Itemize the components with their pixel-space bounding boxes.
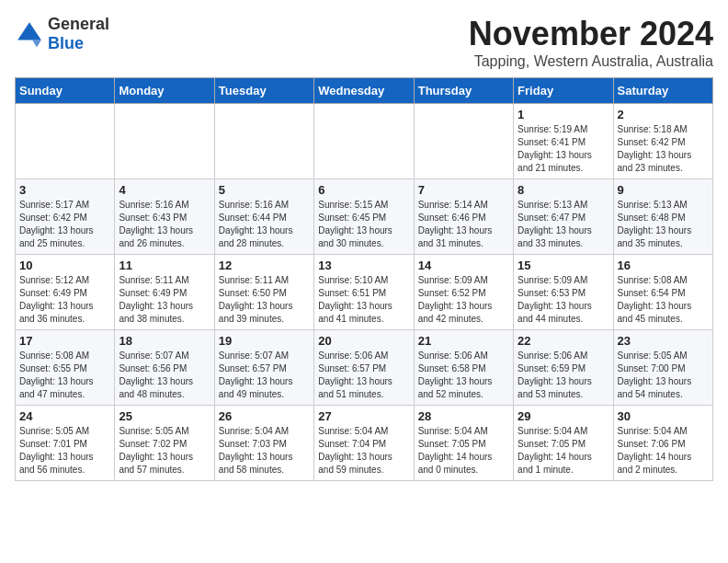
logo-blue-text: Blue [48, 34, 109, 53]
day-number: 2 [618, 108, 709, 121]
calendar-cell [414, 104, 513, 179]
day-number: 3 [19, 183, 110, 197]
day-info: Sunrise: 5:06 AM Sunset: 6:59 PM Dayligh… [518, 350, 609, 401]
day-info: Sunrise: 5:09 AM Sunset: 6:52 PM Dayligh… [418, 274, 509, 326]
calendar-cell [115, 104, 214, 179]
calendar-week-row: 24Sunrise: 5:05 AM Sunset: 7:01 PM Dayli… [16, 406, 713, 481]
calendar-cell: 17Sunrise: 5:08 AM Sunset: 6:55 PM Dayli… [16, 330, 115, 406]
day-info: Sunrise: 5:13 AM Sunset: 6:47 PM Dayligh… [518, 199, 609, 250]
day-info: Sunrise: 5:11 AM Sunset: 6:49 PM Dayligh… [119, 274, 210, 326]
day-number: 9 [618, 183, 709, 197]
calendar-cell [314, 104, 414, 179]
day-info: Sunrise: 5:08 AM Sunset: 6:54 PM Dayligh… [618, 274, 709, 326]
calendar-cell: 26Sunrise: 5:04 AM Sunset: 7:03 PM Dayli… [214, 406, 313, 481]
day-info: Sunrise: 5:17 AM Sunset: 6:42 PM Dayligh… [19, 199, 110, 250]
svg-marker-1 [32, 40, 41, 47]
weekday-header: Friday [514, 78, 613, 104]
day-info: Sunrise: 5:18 AM Sunset: 6:42 PM Dayligh… [618, 123, 709, 175]
day-info: Sunrise: 5:04 AM Sunset: 7:03 PM Dayligh… [219, 425, 310, 477]
day-number: 10 [19, 259, 110, 272]
day-number: 26 [219, 409, 310, 423]
title-area: November 2024 Tapping, Western Australia… [469, 15, 713, 70]
logo-icon [15, 19, 44, 49]
day-number: 12 [219, 259, 310, 272]
calendar-cell: 23Sunrise: 5:05 AM Sunset: 7:00 PM Dayli… [613, 330, 712, 406]
day-info: Sunrise: 5:10 AM Sunset: 6:51 PM Dayligh… [318, 274, 409, 326]
calendar-cell: 22Sunrise: 5:06 AM Sunset: 6:59 PM Dayli… [514, 330, 613, 406]
calendar-cell [16, 104, 115, 179]
weekday-header: Saturday [613, 78, 712, 104]
day-number: 24 [19, 409, 110, 423]
day-info: Sunrise: 5:09 AM Sunset: 6:53 PM Dayligh… [518, 274, 609, 326]
calendar-cell: 2Sunrise: 5:18 AM Sunset: 6:42 PM Daylig… [613, 104, 712, 179]
day-number: 30 [618, 409, 709, 423]
calendar-cell: 5Sunrise: 5:16 AM Sunset: 6:44 PM Daylig… [214, 179, 313, 255]
calendar-cell: 15Sunrise: 5:09 AM Sunset: 6:53 PM Dayli… [514, 255, 613, 330]
calendar-cell: 3Sunrise: 5:17 AM Sunset: 6:42 PM Daylig… [16, 179, 115, 255]
day-info: Sunrise: 5:04 AM Sunset: 7:05 PM Dayligh… [518, 425, 609, 477]
day-number: 14 [418, 259, 509, 272]
day-info: Sunrise: 5:05 AM Sunset: 7:01 PM Dayligh… [19, 425, 110, 477]
weekday-header: Wednesday [314, 78, 414, 104]
calendar-cell: 7Sunrise: 5:14 AM Sunset: 6:46 PM Daylig… [414, 179, 513, 255]
calendar-week-row: 10Sunrise: 5:12 AM Sunset: 6:49 PM Dayli… [16, 255, 713, 330]
day-number: 22 [518, 334, 609, 348]
day-info: Sunrise: 5:05 AM Sunset: 7:02 PM Dayligh… [119, 425, 210, 477]
calendar-cell: 10Sunrise: 5:12 AM Sunset: 6:49 PM Dayli… [16, 255, 115, 330]
day-number: 5 [219, 183, 310, 197]
calendar-cell: 19Sunrise: 5:07 AM Sunset: 6:57 PM Dayli… [214, 330, 313, 406]
day-info: Sunrise: 5:04 AM Sunset: 7:04 PM Dayligh… [318, 425, 409, 477]
day-number: 13 [318, 259, 409, 272]
day-info: Sunrise: 5:16 AM Sunset: 6:44 PM Dayligh… [219, 199, 310, 250]
day-info: Sunrise: 5:13 AM Sunset: 6:48 PM Dayligh… [618, 199, 709, 250]
day-number: 18 [119, 334, 210, 348]
calendar-header-row: SundayMondayTuesdayWednesdayThursdayFrid… [16, 78, 713, 104]
weekday-header: Monday [115, 78, 214, 104]
day-number: 4 [119, 183, 210, 197]
day-info: Sunrise: 5:05 AM Sunset: 7:00 PM Dayligh… [618, 350, 709, 401]
calendar-cell: 20Sunrise: 5:06 AM Sunset: 6:57 PM Dayli… [314, 330, 414, 406]
day-info: Sunrise: 5:06 AM Sunset: 6:58 PM Dayligh… [418, 350, 509, 401]
calendar-table: SundayMondayTuesdayWednesdayThursdayFrid… [15, 77, 713, 481]
calendar-cell: 1Sunrise: 5:19 AM Sunset: 6:41 PM Daylig… [514, 104, 613, 179]
calendar-cell: 13Sunrise: 5:10 AM Sunset: 6:51 PM Dayli… [314, 255, 414, 330]
logo: General Blue [15, 15, 109, 53]
day-number: 28 [418, 409, 509, 423]
calendar-cell: 6Sunrise: 5:15 AM Sunset: 6:45 PM Daylig… [314, 179, 414, 255]
calendar-week-row: 3Sunrise: 5:17 AM Sunset: 6:42 PM Daylig… [16, 179, 713, 255]
calendar-week-row: 17Sunrise: 5:08 AM Sunset: 6:55 PM Dayli… [16, 330, 713, 406]
logo-general-text: General [48, 15, 109, 34]
month-title: November 2024 [469, 15, 713, 53]
day-info: Sunrise: 5:07 AM Sunset: 6:57 PM Dayligh… [219, 350, 310, 401]
day-info: Sunrise: 5:14 AM Sunset: 6:46 PM Dayligh… [418, 199, 509, 250]
calendar-cell: 14Sunrise: 5:09 AM Sunset: 6:52 PM Dayli… [414, 255, 513, 330]
day-info: Sunrise: 5:16 AM Sunset: 6:43 PM Dayligh… [119, 199, 210, 250]
day-number: 27 [318, 409, 409, 423]
day-number: 29 [518, 409, 609, 423]
calendar-cell: 12Sunrise: 5:11 AM Sunset: 6:50 PM Dayli… [214, 255, 313, 330]
day-number: 11 [119, 259, 210, 272]
calendar-cell: 16Sunrise: 5:08 AM Sunset: 6:54 PM Dayli… [613, 255, 712, 330]
weekday-header: Thursday [414, 78, 513, 104]
header: General Blue November 2024 Tapping, West… [15, 15, 713, 70]
calendar-cell: 27Sunrise: 5:04 AM Sunset: 7:04 PM Dayli… [314, 406, 414, 481]
calendar-cell: 8Sunrise: 5:13 AM Sunset: 6:47 PM Daylig… [514, 179, 613, 255]
calendar-cell: 25Sunrise: 5:05 AM Sunset: 7:02 PM Dayli… [115, 406, 214, 481]
calendar-cell [214, 104, 313, 179]
location-title: Tapping, Western Australia, Australia [469, 53, 713, 70]
day-info: Sunrise: 5:12 AM Sunset: 6:49 PM Dayligh… [19, 274, 110, 326]
calendar-cell: 28Sunrise: 5:04 AM Sunset: 7:05 PM Dayli… [414, 406, 513, 481]
calendar-cell: 30Sunrise: 5:04 AM Sunset: 7:06 PM Dayli… [613, 406, 712, 481]
weekday-header: Tuesday [214, 78, 313, 104]
day-number: 19 [219, 334, 310, 348]
weekday-header: Sunday [16, 78, 115, 104]
day-number: 7 [418, 183, 509, 197]
calendar-cell: 24Sunrise: 5:05 AM Sunset: 7:01 PM Dayli… [16, 406, 115, 481]
day-number: 8 [518, 183, 609, 197]
day-number: 16 [618, 259, 709, 272]
calendar-cell: 11Sunrise: 5:11 AM Sunset: 6:49 PM Dayli… [115, 255, 214, 330]
day-info: Sunrise: 5:08 AM Sunset: 6:55 PM Dayligh… [19, 350, 110, 401]
calendar-cell: 9Sunrise: 5:13 AM Sunset: 6:48 PM Daylig… [613, 179, 712, 255]
day-info: Sunrise: 5:11 AM Sunset: 6:50 PM Dayligh… [219, 274, 310, 326]
calendar-cell: 21Sunrise: 5:06 AM Sunset: 6:58 PM Dayli… [414, 330, 513, 406]
